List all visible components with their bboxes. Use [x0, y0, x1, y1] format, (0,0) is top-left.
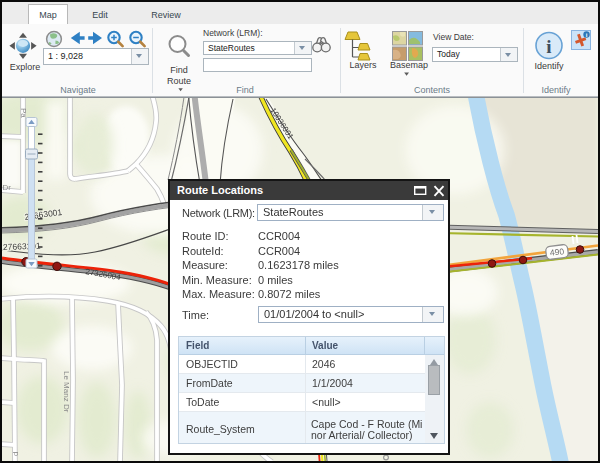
svg-text:27663101: 27663101 — [3, 241, 41, 252]
svg-text:Dr: Dr — [3, 183, 12, 192]
svg-text:d: d — [11, 452, 20, 456]
svg-text:490: 490 — [549, 246, 565, 258]
svg-text:Le Manz Dr: Le Manz Dr — [62, 371, 71, 413]
svg-text:Pa: Pa — [19, 108, 28, 118]
svg-text:i: i — [546, 36, 551, 57]
